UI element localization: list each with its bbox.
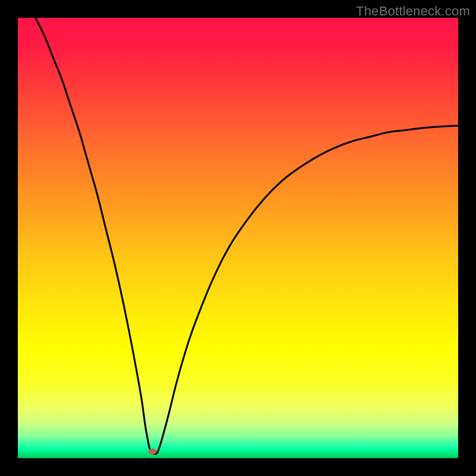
- bottleneck-curve: [36, 18, 458, 454]
- minimum-marker: [148, 449, 156, 455]
- curve-svg: [18, 18, 458, 458]
- chart-frame: TheBottleneck.com: [0, 0, 476, 476]
- watermark-text: TheBottleneck.com: [356, 4, 470, 19]
- plot-area: [18, 18, 458, 458]
